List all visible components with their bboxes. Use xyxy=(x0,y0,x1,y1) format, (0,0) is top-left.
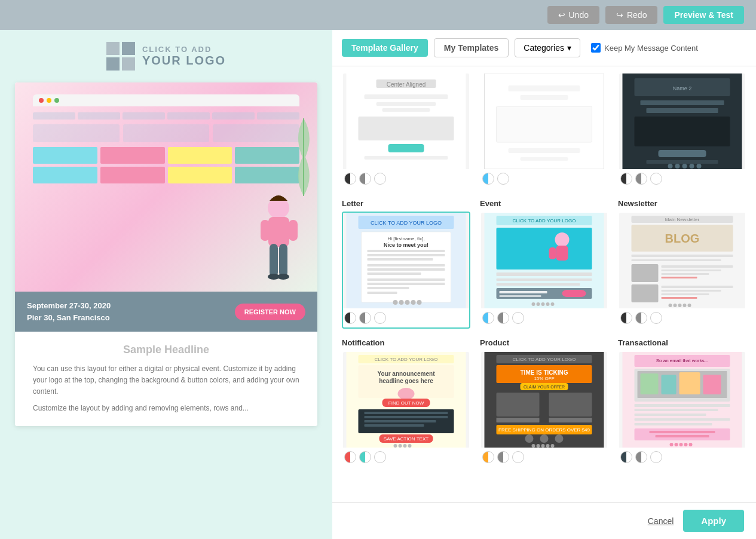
swatch-dark[interactable] xyxy=(344,173,356,185)
svg-rect-67 xyxy=(497,283,580,286)
svg-point-53 xyxy=(393,300,398,305)
svg-point-116 xyxy=(399,444,402,448)
blank-svg xyxy=(481,74,607,169)
template-card-letter[interactable]: CLICK TO ADD YOUR LOGO Hi [firstname, fi… xyxy=(342,212,470,329)
svg-point-138 xyxy=(541,444,545,448)
template-card-transactional[interactable]: So an email that works... xyxy=(618,351,746,468)
newsletter-swatches xyxy=(619,308,745,327)
product-swatches xyxy=(481,448,607,467)
svg-rect-153 xyxy=(635,418,730,421)
svg-rect-20 xyxy=(521,95,568,100)
swatch-dark[interactable] xyxy=(620,173,632,185)
keep-message-label[interactable]: Keep My Message Content xyxy=(591,43,698,53)
swatch-red[interactable] xyxy=(344,451,356,463)
swatch-dark[interactable] xyxy=(620,451,632,463)
redo-icon: ↪ xyxy=(616,10,623,20)
svg-rect-155 xyxy=(635,428,730,440)
preview-test-button[interactable]: Preview & Test xyxy=(663,6,744,24)
register-now-button[interactable]: REGISTER NOW xyxy=(235,304,305,320)
swatch-white[interactable] xyxy=(650,451,662,463)
apply-button[interactable]: Apply xyxy=(683,510,744,532)
svg-rect-50 xyxy=(368,283,445,285)
svg-point-95 xyxy=(674,304,677,307)
undo-button[interactable]: ↩ Undo xyxy=(547,6,599,24)
event-details: September 27-30, 2020 Pier 30, San Franc… xyxy=(27,300,111,323)
logo-sq-4 xyxy=(122,57,135,71)
swatch-mid[interactable] xyxy=(359,312,371,324)
template-gallery-tab[interactable]: Template Gallery xyxy=(342,39,428,57)
event-banner: September 27-30, 2020 Pier 30, San Franc… xyxy=(15,292,317,332)
browser-dot-red xyxy=(39,98,44,103)
svg-rect-152 xyxy=(635,414,706,416)
mock-card xyxy=(213,124,299,142)
swatch-white[interactable] xyxy=(497,173,509,185)
template-section-letter: Letter CLICK TO ADD YOUR LOGO Hi [firstn… xyxy=(342,199,470,329)
svg-rect-23 xyxy=(521,157,568,161)
swatch-white[interactable] xyxy=(512,451,524,463)
swatch-mid[interactable] xyxy=(635,173,647,185)
swatch-white[interactable] xyxy=(374,173,386,185)
template-card-blank[interactable] xyxy=(480,72,608,189)
svg-rect-150 xyxy=(635,404,730,407)
svg-point-158 xyxy=(670,443,674,446)
keep-message-checkbox[interactable] xyxy=(591,43,601,53)
svg-rect-93 xyxy=(662,297,697,299)
svg-rect-5 xyxy=(279,244,287,277)
categories-dropdown-button[interactable]: Categories ▾ xyxy=(515,38,580,57)
template-section-event: Event CLICK TO ADD YOUR LOGO xyxy=(480,199,608,329)
swatch-blue[interactable] xyxy=(482,173,494,185)
template-section-notification: Notification CLICK TO ADD YOUR LOGO Your… xyxy=(342,338,470,468)
swatch-mid[interactable] xyxy=(497,312,509,324)
swatch-white[interactable] xyxy=(512,312,524,324)
svg-point-32 xyxy=(668,164,673,169)
undo-icon: ↩ xyxy=(558,10,565,20)
my-templates-tab[interactable]: My Templates xyxy=(434,38,509,57)
svg-text:Nice to meet you!: Nice to meet you! xyxy=(384,242,428,248)
event-swatches xyxy=(481,308,607,327)
template-card-product[interactable]: CLICK TO ADD YOUR LOGO TIME IS TICKING 1… xyxy=(480,351,608,468)
swatch-teal[interactable] xyxy=(359,451,371,463)
svg-rect-130 xyxy=(549,418,592,422)
template-card-newsletter[interactable]: Main Newsletter BLOG xyxy=(618,212,746,329)
swatch-mid[interactable] xyxy=(635,312,647,324)
swatch-mid[interactable] xyxy=(635,451,647,463)
svg-rect-22 xyxy=(509,148,580,153)
mock-cell xyxy=(167,112,210,120)
svg-point-34 xyxy=(682,164,687,169)
template-card-event[interactable]: CLICK TO ADD YOUR LOGO xyxy=(480,212,608,329)
template-card-notification[interactable]: CLICK TO ADD YOUR LOGO Your announcement… xyxy=(342,351,470,468)
sticky-pink xyxy=(100,147,165,164)
swatch-dark[interactable] xyxy=(344,312,356,324)
swatch-white[interactable] xyxy=(374,451,386,463)
svg-rect-51 xyxy=(368,287,409,289)
redo-button[interactable]: ↪ Redo xyxy=(605,6,657,24)
swatch-mid[interactable] xyxy=(497,451,509,463)
cancel-button[interactable]: Cancel xyxy=(648,516,674,526)
logo-sq-1 xyxy=(106,42,120,55)
svg-rect-92 xyxy=(662,293,709,295)
svg-text:CLICK TO ADD YOUR LOGO: CLICK TO ADD YOUR LOGO xyxy=(513,218,576,223)
swatch-dark[interactable] xyxy=(620,312,632,324)
template-section-blank xyxy=(480,72,608,189)
swatch-white[interactable] xyxy=(374,312,386,324)
template-thumb-newsletter: Main Newsletter BLOG xyxy=(619,213,745,308)
svg-rect-88 xyxy=(662,277,697,278)
template-section-dark: Name 2 xyxy=(618,72,746,189)
template-card-center-aligned[interactable]: Center Aligned xyxy=(342,72,470,189)
svg-rect-14 xyxy=(382,108,430,112)
letter-svg: CLICK TO ADD YOUR LOGO Hi [firstname, fi… xyxy=(343,213,469,308)
swatch-white[interactable] xyxy=(650,173,662,185)
gallery-scroll-area[interactable]: Center Aligned xyxy=(332,66,756,502)
svg-point-97 xyxy=(683,304,687,307)
svg-rect-45 xyxy=(368,258,433,261)
template-card-dark[interactable]: Name 2 xyxy=(618,72,746,189)
event-preview-card: September 27-30, 2020 Pier 30, San Franc… xyxy=(15,82,317,426)
swatch-mid[interactable] xyxy=(359,173,371,185)
svg-point-117 xyxy=(403,444,407,448)
swatch-orange[interactable] xyxy=(482,451,494,463)
notification-svg: CLICK TO ADD YOUR LOGO Your announcement… xyxy=(343,352,469,448)
swatch-blue[interactable] xyxy=(482,312,494,324)
swatch-white[interactable] xyxy=(650,312,662,324)
svg-point-96 xyxy=(678,304,682,307)
svg-point-54 xyxy=(399,300,404,305)
